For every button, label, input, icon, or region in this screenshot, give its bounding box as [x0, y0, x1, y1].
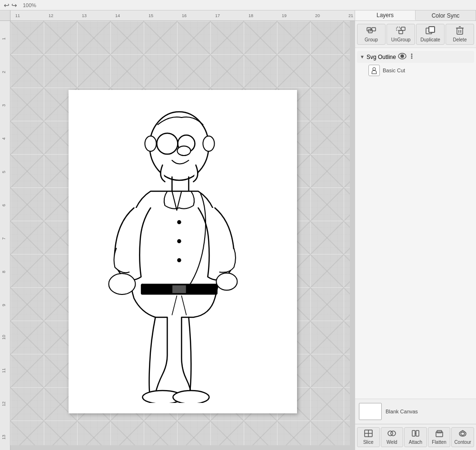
svg-point-64 [391, 431, 396, 436]
svg-text:7: 7 [1, 237, 6, 240]
delete-label: Delete [453, 37, 467, 42]
flatten-label: Flatten [432, 440, 446, 445]
slice-label: Slice [363, 440, 374, 445]
redo-icon[interactable]: ↪ [11, 1, 17, 9]
svg-point-34 [178, 240, 180, 243]
layer-group-svg-outline: ▼ Svg Outline [357, 51, 474, 78]
svg-point-55 [401, 55, 404, 58]
layer-item-thumbnail [368, 65, 380, 76]
svg-text:8: 8 [1, 271, 6, 273]
blank-canvas-label: Blank Canvas [386, 409, 418, 414]
svg-point-33 [178, 221, 180, 224]
canvas-area: 11 12 13 14 15 16 17 18 19 20 21 1 2 3 4… [0, 10, 355, 450]
layer-item-label: Basic Cut [383, 68, 405, 73]
layer-group-name: Svg Outline [367, 54, 396, 60]
svg-text:4: 4 [1, 137, 6, 140]
top-bar: ↩ ↪ 100% [0, 0, 476, 10]
svg-point-59 [373, 68, 376, 70]
svg-text:5: 5 [1, 171, 6, 173]
ungroup-label: UnGroup [391, 37, 411, 42]
flatten-button[interactable]: Flatten [428, 427, 451, 447]
ungroup-button[interactable]: UnGroup [387, 24, 415, 45]
svg-text:13: 13 [1, 435, 6, 440]
svg-point-57 [411, 56, 412, 57]
flatten-icon [435, 430, 444, 439]
svg-text:17: 17 [215, 13, 220, 18]
actions-row: Group UnGroup [355, 21, 476, 48]
svg-text:21: 21 [348, 13, 353, 18]
right-panel: Layers Color Sync Group [355, 10, 476, 450]
tab-layers[interactable]: Layers [355, 10, 416, 20]
svg-text:11: 11 [1, 368, 6, 373]
svg-point-56 [411, 54, 412, 55]
character-figure [89, 98, 269, 403]
svg-text:20: 20 [315, 13, 320, 18]
contour-button[interactable]: Contour [451, 427, 474, 447]
svg-text:14: 14 [115, 13, 120, 18]
svg-point-35 [178, 259, 180, 262]
svg-point-28 [177, 146, 190, 156]
tabs-row: Layers Color Sync [355, 10, 476, 21]
svg-text:10: 10 [1, 335, 6, 340]
layer-group-header[interactable]: ▼ Svg Outline [357, 51, 474, 63]
more-options-icon[interactable] [408, 53, 415, 61]
group-label: Group [365, 37, 378, 42]
svg-rect-44 [401, 27, 405, 30]
svg-text:16: 16 [182, 13, 187, 18]
delete-button[interactable]: Delete [446, 24, 474, 45]
weld-label: Weld [387, 440, 397, 445]
slice-icon [364, 430, 373, 439]
blank-canvas-section: Blank Canvas [355, 399, 476, 424]
group-icon [367, 26, 376, 36]
visibility-icon[interactable] [398, 53, 407, 61]
tab-color-sync[interactable]: Color Sync [416, 10, 476, 20]
svg-point-36 [109, 274, 135, 294]
delete-icon [455, 26, 465, 36]
svg-point-58 [411, 58, 412, 59]
undo-icon[interactable]: ↩ [4, 1, 10, 9]
attach-icon [411, 430, 420, 439]
svg-rect-65 [412, 430, 415, 436]
svg-point-37 [216, 273, 237, 290]
svg-rect-47 [429, 27, 435, 32]
attach-button[interactable]: Attach [404, 427, 427, 447]
weld-icon [387, 430, 396, 439]
toolbar-left: ↩ ↪ 100% [4, 1, 472, 9]
svg-point-25 [157, 133, 178, 154]
svg-text:11: 11 [15, 13, 20, 18]
grid-canvas [10, 21, 355, 450]
slice-button[interactable]: Slice [357, 427, 380, 447]
svg-text:9: 9 [1, 304, 6, 306]
contour-icon [458, 430, 467, 439]
ruler-top: 11 12 13 14 15 16 17 18 19 20 21 [10, 10, 355, 21]
svg-point-30 [203, 136, 214, 151]
contour-label: Contour [454, 440, 471, 445]
svg-text:2: 2 [1, 71, 6, 73]
svg-text:1: 1 [1, 38, 6, 40]
layer-item-basic-cut[interactable]: Basic Cut [357, 63, 474, 78]
ungroup-icon [396, 26, 406, 36]
svg-text:6: 6 [1, 204, 6, 206]
duplicate-button[interactable]: Duplicate [416, 24, 445, 45]
zoom-level: 100% [23, 2, 36, 8]
svg-point-29 [145, 136, 156, 151]
blank-canvas-thumbnail [359, 403, 382, 420]
attach-label: Attach [409, 440, 422, 445]
ruler-corner [0, 10, 10, 21]
weld-button[interactable]: Weld [381, 427, 404, 447]
svg-rect-49 [457, 28, 463, 34]
svg-text:18: 18 [248, 13, 253, 18]
expand-arrow-icon: ▼ [360, 54, 365, 59]
main-layout: 11 12 13 14 15 16 17 18 19 20 21 1 2 3 4… [0, 10, 476, 450]
svg-rect-43 [397, 27, 400, 30]
scrollbar-horizontal[interactable] [10, 445, 350, 450]
ruler-left: 1 2 3 4 5 6 7 8 9 10 11 12 13 [0, 21, 10, 450]
scrollbar-vertical[interactable] [350, 21, 355, 450]
group-button[interactable]: Group [357, 24, 386, 45]
duplicate-label: Duplicate [420, 37, 440, 42]
svg-text:19: 19 [282, 13, 287, 18]
bottom-actions-row: Slice Weld [355, 424, 476, 450]
svg-rect-66 [416, 430, 419, 436]
svg-text:3: 3 [1, 104, 6, 107]
svg-rect-45 [399, 30, 403, 34]
